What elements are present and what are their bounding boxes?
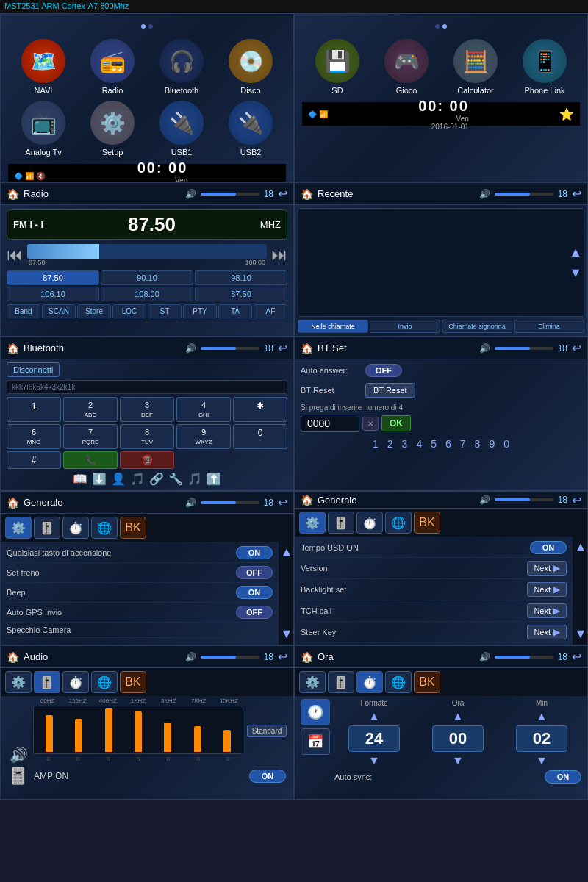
bt-upload-icon[interactable]: ⬆️ <box>207 472 221 486</box>
recente-scroll-up[interactable]: ▲ <box>569 243 582 261</box>
bt-disconnect-btn[interactable]: Disconnetti <box>7 362 60 377</box>
btnum-1[interactable]: 1 <box>373 438 379 450</box>
key-call[interactable]: 📞 <box>63 451 118 469</box>
gen1-tab-bk[interactable]: BK <box>120 517 146 539</box>
key-star[interactable]: ✱ <box>233 397 287 422</box>
st-btn[interactable]: ST <box>148 304 182 318</box>
bt-download-icon[interactable]: ⬇️ <box>92 472 107 486</box>
tab-elimina[interactable]: Elimina <box>514 320 584 333</box>
ta-btn[interactable]: TA <box>218 304 252 318</box>
tempo-toggle[interactable]: ON <box>530 541 567 554</box>
home-icon-setup[interactable]: ⚙️ Setup <box>81 101 144 157</box>
af-btn[interactable]: AF <box>254 304 287 318</box>
btnum-4[interactable]: 4 <box>416 438 422 450</box>
amp-toggle[interactable]: ON <box>249 770 286 783</box>
gen2-tab-eq[interactable]: 🎚️ <box>328 512 354 534</box>
eq-bar-150[interactable] <box>75 719 82 752</box>
btnum-6[interactable]: 6 <box>445 438 451 450</box>
backlight-next-btn[interactable]: Next ▶ <box>527 582 567 597</box>
ora-up[interactable]: ▲ <box>452 710 464 723</box>
beep-toggle[interactable]: ON <box>236 586 273 599</box>
pin-input[interactable]: 0000 <box>301 415 359 432</box>
ora-tab-time[interactable]: ⏱️ <box>356 671 383 693</box>
home-icon-usb1[interactable]: 🔌 USB1 <box>150 101 213 157</box>
pin-clear-btn[interactable]: ✕ <box>362 417 379 431</box>
accensione-toggle[interactable]: ON <box>236 546 273 559</box>
ora-back-btn[interactable]: ↩ <box>572 650 581 664</box>
key-0[interactable]: 0 <box>233 424 287 449</box>
key-4[interactable]: 4GHI <box>176 397 231 422</box>
eq-bar-60[interactable] <box>46 715 53 752</box>
recente-back-btn[interactable]: ↩ <box>572 187 581 201</box>
key-7[interactable]: 7PQRS <box>63 424 118 449</box>
loc-btn[interactable]: LOC <box>112 304 146 318</box>
gen2-tab-globe[interactable]: 🌐 <box>385 512 412 534</box>
auto-sync-toggle[interactable]: ON <box>545 770 581 784</box>
band-btn[interactable]: Band <box>7 304 40 318</box>
version-next-btn[interactable]: Next ▶ <box>527 561 567 576</box>
audio-tab-eq[interactable]: 🎚️ <box>34 671 60 693</box>
home-icon-phonelink[interactable]: 📱 Phone Link <box>513 39 576 95</box>
gen2-scroll-up[interactable]: ▲ <box>574 539 586 555</box>
ora-calendar-icon-btn[interactable]: 📅 <box>301 728 330 755</box>
radio-slider[interactable] <box>27 244 267 259</box>
btnum-2[interactable]: 2 <box>387 438 393 450</box>
gen2-back-btn[interactable]: ↩ <box>572 493 581 507</box>
gen2-tab-settings[interactable]: ⚙️ <box>299 512 326 534</box>
bt-settings-icon[interactable]: 🔗 <box>149 472 164 486</box>
key-9[interactable]: 9WXYZ <box>176 424 231 449</box>
preset-2[interactable]: 90.10 <box>101 270 193 285</box>
radio-next-btn[interactable]: ⏭ <box>271 245 287 265</box>
freno-toggle[interactable]: OFF <box>236 566 273 579</box>
bt-contacts-icon[interactable]: 👤 <box>111 472 126 486</box>
ora-tab-bk[interactable]: BK <box>414 671 440 693</box>
min-up[interactable]: ▲ <box>536 710 548 723</box>
key-hangup[interactable]: 📵 <box>120 451 174 469</box>
bt-back-btn[interactable]: ↩ <box>278 341 287 355</box>
btnum-0[interactable]: 0 <box>503 438 509 450</box>
bt-bell-icon[interactable]: 🎵 <box>187 472 202 486</box>
preset-5[interactable]: 108.00 <box>101 287 193 301</box>
eq-bar-1k[interactable] <box>135 711 142 752</box>
home-icon-tv[interactable]: 📺 Analog Tv <box>12 101 75 157</box>
gen1-tab-eq[interactable]: 🎚️ <box>34 517 60 539</box>
bt-music-icon[interactable]: 🎵 <box>130 472 145 486</box>
store-btn[interactable]: Store <box>77 304 111 318</box>
gen1-tab-globe[interactable]: 🌐 <box>91 517 118 539</box>
bt-reset-btn[interactable]: BT Reset <box>365 383 415 398</box>
gen1-tab-settings[interactable]: ⚙️ <box>5 517 32 539</box>
tab-chiamate-signorina[interactable]: Chiamate signorina <box>442 320 512 333</box>
formato-up[interactable]: ▲ <box>368 710 380 723</box>
gen2-scroll-down[interactable]: ▼ <box>574 626 586 642</box>
preset-6[interactable]: 87.50 <box>195 287 287 301</box>
ora-down[interactable]: ▼ <box>452 754 464 767</box>
formato-down[interactable]: ▼ <box>368 754 380 767</box>
btnum-7[interactable]: 7 <box>460 438 466 450</box>
tab-nelle-chiamate[interactable]: Nelle chiamate <box>298 320 368 333</box>
radio-prev-btn[interactable]: ⏮ <box>7 245 23 265</box>
audio-tab-globe[interactable]: 🌐 <box>91 671 118 693</box>
key-8[interactable]: 8TUV <box>120 424 174 449</box>
pty-btn[interactable]: PTY <box>183 304 217 318</box>
audio-tab-time[interactable]: ⏱️ <box>62 671 89 693</box>
home-icon-navi[interactable]: 🗺️ NAVI <box>12 39 75 95</box>
home-icon-disco[interactable]: 💿 Disco <box>219 39 282 95</box>
scan-btn[interactable]: SCAN <box>42 304 76 318</box>
pin-ok-btn[interactable]: OK <box>381 415 411 431</box>
btnum-5[interactable]: 5 <box>431 438 437 450</box>
eq-bar-3k[interactable] <box>164 723 171 752</box>
gen1-scroll-up[interactable]: ▲ <box>280 545 292 560</box>
eq-preset-btn[interactable]: Standard <box>247 725 287 737</box>
btnum-8[interactable]: 8 <box>475 438 481 450</box>
bt-phonebook-icon[interactable]: 📖 <box>73 472 87 486</box>
recente-scroll-down[interactable]: ▼ <box>569 264 582 282</box>
home-icon-calculator[interactable]: 🧮 Calculator <box>444 39 507 95</box>
steer-next-btn[interactable]: Next ▶ <box>527 625 567 639</box>
ora-clock-icon-btn[interactable]: 🕐 <box>301 699 330 725</box>
home-icon-radio[interactable]: 📻 Radio <box>81 39 144 95</box>
eq-bar-7k[interactable] <box>194 726 201 752</box>
home-icon-bluetooth[interactable]: 🎧 Bluetooth <box>150 39 213 95</box>
ora-tab-settings[interactable]: ⚙️ <box>299 671 326 693</box>
radio-back-btn[interactable]: ↩ <box>278 187 287 201</box>
gen2-tab-time[interactable]: ⏱️ <box>356 512 383 534</box>
